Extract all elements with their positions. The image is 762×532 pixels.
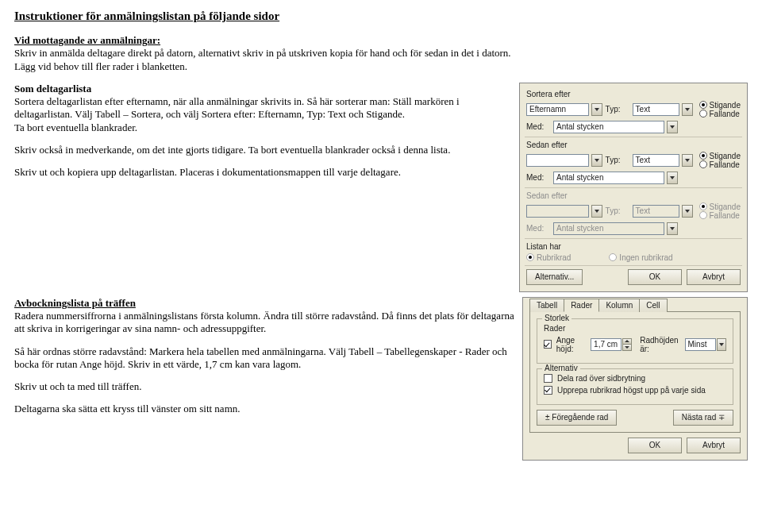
radio-fallande-2[interactable]: Fallande (699, 160, 741, 169)
radio-stigande-2[interactable]: Stigande (699, 152, 741, 160)
chevron-up-icon (625, 340, 629, 342)
storlek-legend: Storlek (542, 314, 572, 322)
sort-group1-label: Sortera efter (526, 90, 741, 98)
opt-dela-rad-checkbox[interactable] (544, 374, 552, 383)
chevron-down-icon (685, 210, 690, 213)
alternativ-legend: Alternativ (542, 364, 580, 372)
section1-line1: Skriv in anmälda deltagare direkt på dat… (14, 47, 511, 59)
table-properties-dialog: Tabell Rader Kolumn Cell Storlek Rader A… (522, 297, 748, 461)
ange-hojd-label: Ange höjd: (556, 336, 589, 353)
ange-hojd-checkbox[interactable] (544, 340, 552, 349)
spinner-up[interactable] (622, 338, 632, 345)
section2-heading: Som deltagarlista (14, 83, 91, 94)
chevron-down-icon (670, 176, 675, 179)
sort-then2-dropdown[interactable] (591, 154, 602, 167)
section3-p1: Radera nummersiffrorna i anmälningslista… (14, 310, 514, 334)
med-label-2: Med: (526, 173, 550, 182)
storlek-fieldset: Storlek Rader Ange höjd: 1,7 cm Radhöjde… (537, 318, 733, 364)
chevron-down-icon (685, 108, 690, 111)
section-1: Vid mottagande av anmälningar: Skriv in … (14, 34, 748, 73)
radio-fallande-3: Fallande (699, 211, 741, 220)
radio-stigande-1[interactable]: Stigande (699, 101, 741, 110)
sort-type-2[interactable]: Text (633, 154, 679, 167)
page-title: Instruktioner för anmälningslistan på fö… (14, 10, 748, 23)
ok-button-2[interactable]: OK (628, 438, 682, 453)
med-2-dropdown[interactable] (667, 172, 678, 184)
ok-button[interactable]: OK (628, 269, 682, 285)
chevron-down-icon (595, 108, 599, 111)
cancel-button[interactable]: Avbryt (687, 269, 741, 285)
typ-label-2: Typ: (606, 156, 629, 164)
cancel-button-2[interactable]: Avbryt (687, 438, 741, 453)
section2-p3: Skriv också in medverkande, om det inte … (14, 144, 511, 156)
radhojden-label: Radhöjden är: (640, 336, 683, 353)
sort-then3-dropdown (591, 205, 602, 218)
typ-label-3: Typ: (606, 206, 629, 215)
chevron-down-icon (670, 227, 675, 230)
section1-line2: Lägg vid behov till fler rader i blanket… (14, 60, 187, 72)
sort-then-field-2[interactable] (526, 154, 589, 167)
listan-har-label: Listan har (526, 242, 741, 251)
chevron-down-icon (625, 346, 629, 349)
med-label-1: Med: (526, 122, 550, 131)
sort-dialog: Sortera efter Efternamn Typ: Text Stigan… (519, 83, 748, 292)
prev-row-button[interactable]: ± Föregående rad (537, 410, 617, 426)
spinner-down[interactable] (622, 345, 632, 351)
radhojden-select[interactable]: Minst (685, 338, 716, 351)
sort-type-2-dropdown[interactable] (682, 154, 693, 167)
section2-p1: Sortera deltagarlistan efter efternamn, … (14, 95, 460, 120)
radhojden-dropdown[interactable] (717, 338, 726, 351)
section3-heading: Avbockningslista på träffen (14, 297, 136, 309)
med-label-3: Med: (526, 224, 550, 233)
sort-by-field[interactable]: Efternamn (526, 103, 589, 116)
opt-dela-rad-label: Dela rad över sidbrytning (557, 374, 645, 383)
tab-tabell[interactable]: Tabell (529, 299, 564, 312)
opt-upprepa-checkbox[interactable] (544, 386, 552, 395)
sort-group3-label: Sedan efter (526, 191, 741, 200)
sort-by-dropdown[interactable] (591, 103, 602, 116)
sort-type-3-dropdown (682, 205, 693, 218)
sort-type-1-dropdown[interactable] (682, 103, 693, 116)
chevron-down-icon (595, 159, 599, 162)
sort-then-field-3 (526, 205, 589, 218)
radio-rubrikrad: Rubrikrad (526, 253, 571, 262)
sort-type-3: Text (633, 205, 679, 218)
chevron-down-icon (595, 210, 599, 213)
sort-type-1[interactable]: Text (633, 103, 679, 116)
section3-p2: Så här ordnas större radavstånd: Markera… (14, 345, 514, 372)
med-field-3: Antal stycken (553, 222, 664, 235)
opt-upprepa-label: Upprepa rubrikrad högst upp på varje sid… (557, 386, 706, 395)
med-field-2[interactable]: Antal stycken (553, 172, 664, 184)
section3-p3: Skriv ut och ta med till träffen. (14, 380, 514, 393)
chevron-down-icon (719, 343, 724, 346)
radio-fallande-1[interactable]: Fallande (699, 110, 741, 118)
chevron-down-icon (670, 125, 675, 129)
radio-ingen-rubrikrad: Ingen rubrikrad (609, 253, 672, 262)
hojd-input[interactable]: 1,7 cm (591, 338, 622, 351)
rader-label: Rader (544, 324, 726, 333)
section2-p4: Skriv ut och kopiera upp deltagarlistan.… (14, 166, 511, 179)
section1-heading: Vid mottagande av anmälningar: (14, 34, 160, 46)
chevron-down-icon (685, 159, 690, 162)
alternativ-fieldset: Alternativ Dela rad över sidbrytning Upp… (537, 368, 733, 405)
med-3-dropdown (667, 222, 678, 235)
section2-p2: Ta bort eventuella blankrader. (14, 121, 137, 133)
tab-cell[interactable]: Cell (639, 299, 667, 312)
tab-rader[interactable]: Rader (564, 299, 599, 312)
sort-group2-label: Sedan efter (526, 141, 741, 149)
alternativ-button[interactable]: Alternativ... (526, 269, 583, 285)
dialog-tabs: Tabell Rader Kolumn Cell (529, 298, 741, 311)
med-1-dropdown[interactable] (667, 121, 678, 133)
section3-p4: Deltagarna ska sätta ett kryss till väns… (14, 403, 514, 415)
typ-label-1: Typ: (606, 105, 629, 114)
med-field-1[interactable]: Antal stycken (553, 121, 664, 133)
tab-kolumn[interactable]: Kolumn (598, 299, 640, 312)
radio-stigande-3: Stigande (699, 202, 741, 211)
next-row-button[interactable]: Nästa rad ∓ (673, 410, 733, 426)
